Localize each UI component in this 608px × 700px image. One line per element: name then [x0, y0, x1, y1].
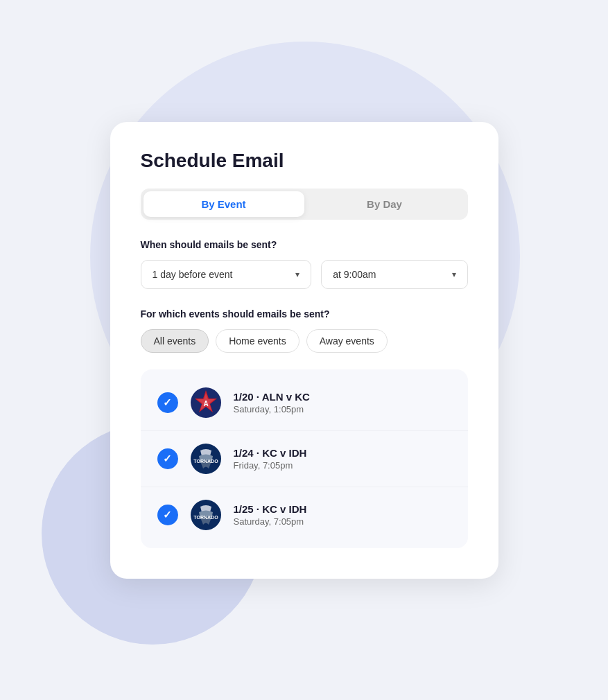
check-icon: ✓	[163, 397, 172, 408]
filter-section-label: For which events should emails be sent?	[141, 308, 468, 320]
event-name-2: 1/24 · KC v IDH	[234, 447, 451, 459]
pill-all-events[interactable]: All events	[141, 329, 209, 353]
event-info-3: 1/25 · KC v IDH Saturday, 7:05pm	[234, 503, 451, 527]
events-list: ✓ A 1/20 · ALN v KC Saturday, 1:05pm ✓	[141, 369, 468, 548]
event-date-3: Saturday, 7:05pm	[234, 516, 451, 527]
timing-section-label: When should emails be sent?	[141, 239, 468, 250]
event-name-3: 1/25 · KC v IDH	[234, 503, 451, 515]
event-check-2[interactable]: ✓	[157, 448, 178, 469]
tab-row: By Event By Day	[141, 189, 468, 220]
page-title: Schedule Email	[141, 150, 468, 172]
pill-away-events[interactable]: Away events	[306, 329, 388, 353]
time-dropdown-value: at 9:00am	[333, 269, 376, 280]
check-icon: ✓	[163, 509, 172, 520]
team-logo-tornado-2: TORNADO	[189, 498, 223, 532]
time-dropdown[interactable]: at 9:00am ▾	[321, 260, 467, 289]
tab-by-event[interactable]: By Event	[144, 191, 304, 217]
timing-dropdown-arrow: ▾	[295, 270, 299, 279]
schedule-email-card: Schedule Email By Event By Day When shou…	[110, 122, 498, 579]
table-row[interactable]: ✓ TORNADO 1/25 · KC v IDH Saturday, 7:05…	[141, 487, 468, 543]
check-icon: ✓	[163, 453, 172, 464]
svg-text:TORNADO: TORNADO	[193, 459, 218, 464]
svg-text:A: A	[203, 400, 208, 408]
team-logo-aln: A	[189, 386, 223, 419]
event-info-1: 1/20 · ALN v KC Saturday, 1:05pm	[234, 391, 451, 414]
team-logo-tornado-1: TORNADO	[189, 442, 223, 475]
table-row[interactable]: ✓ TORNADO 1/24 · KC v IDH Friday, 7:05pm	[141, 430, 468, 487]
event-check-1[interactable]: ✓	[157, 392, 178, 413]
table-row[interactable]: ✓ A 1/20 · ALN v KC Saturday, 1:05pm	[141, 375, 468, 430]
timing-dropdown-value: 1 day before event	[153, 269, 233, 280]
event-name-1: 1/20 · ALN v KC	[234, 391, 451, 403]
timing-dropdown[interactable]: 1 day before event ▾	[141, 260, 312, 289]
event-info-2: 1/24 · KC v IDH Friday, 7:05pm	[234, 447, 451, 471]
event-date-2: Friday, 7:05pm	[234, 460, 451, 471]
tab-by-day[interactable]: By Day	[304, 191, 465, 217]
svg-text:TORNADO: TORNADO	[193, 515, 218, 520]
filter-pills: All events Home events Away events	[141, 329, 468, 353]
time-dropdown-arrow: ▾	[452, 270, 456, 279]
event-check-3[interactable]: ✓	[157, 505, 178, 525]
event-date-1: Saturday, 1:05pm	[234, 404, 451, 414]
pill-home-events[interactable]: Home events	[216, 329, 299, 353]
dropdowns-row: 1 day before event ▾ at 9:00am ▾	[141, 260, 468, 289]
